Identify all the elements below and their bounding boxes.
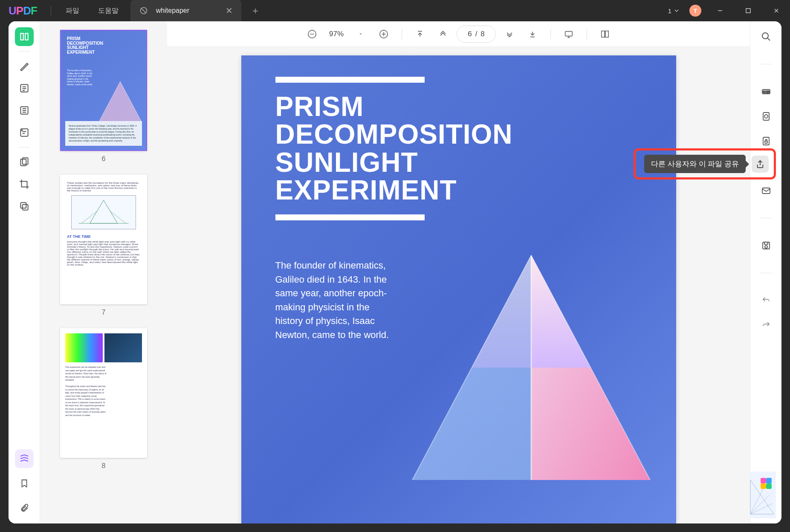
zoom-dropdown-button[interactable] xyxy=(351,25,370,43)
titlebar-right: 1 T xyxy=(668,4,786,17)
svg-marker-11 xyxy=(90,200,118,223)
zoom-in-button[interactable] xyxy=(374,25,393,43)
thumbnail-number: 6 xyxy=(102,155,106,163)
separator xyxy=(19,51,30,52)
document-scroll-area[interactable]: PRISM DECOMPOSITION SUNLIGHT EXPERIMENT … xyxy=(167,47,750,523)
left-toolbar xyxy=(9,21,40,523)
presentation-button[interactable] xyxy=(559,25,578,43)
document-tab[interactable]: whitepaper ✕ xyxy=(130,0,241,21)
share-button[interactable] xyxy=(752,156,769,173)
menu-file[interactable]: 파일 xyxy=(56,6,89,15)
ocr-button[interactable]: OCR xyxy=(757,82,776,101)
edit-text-tool[interactable] xyxy=(15,101,34,120)
svg-rect-7 xyxy=(22,158,28,164)
svg-line-13 xyxy=(81,211,97,223)
thumb-headline: AT THE TIME xyxy=(67,234,140,239)
tab-title: whitepaper xyxy=(156,7,218,14)
view-toolbar: 97% 6 / 8 xyxy=(167,21,750,47)
svg-rect-9 xyxy=(22,205,28,210)
separator xyxy=(19,147,30,147)
save-button[interactable] xyxy=(757,236,776,255)
window-close-button[interactable] xyxy=(767,4,786,17)
window-minimize-button[interactable] xyxy=(711,4,729,17)
menu-help[interactable]: 도움말 xyxy=(89,6,128,15)
separator xyxy=(587,29,587,39)
svg-rect-34 xyxy=(765,141,767,143)
crop-tool[interactable] xyxy=(15,175,34,194)
zoom-level: 97% xyxy=(326,30,347,38)
prism-illustration xyxy=(399,242,663,506)
organize-pages-tool[interactable] xyxy=(15,153,34,171)
app-window: UPDF 파일 도움말 whitepaper ✕ ＋ 1 T xyxy=(0,0,790,532)
document-page: PRISM DECOMPOSITION SUNLIGHT EXPERIMENT … xyxy=(241,55,676,523)
zoom-out-button[interactable] xyxy=(303,25,321,43)
last-page-button[interactable] xyxy=(523,25,542,43)
svg-marker-10 xyxy=(99,82,142,122)
email-button[interactable] xyxy=(757,181,776,200)
highlighter-tool[interactable] xyxy=(15,57,34,75)
convert-button[interactable] xyxy=(757,107,776,126)
undo-button[interactable] xyxy=(757,291,776,310)
thumb-diagram xyxy=(71,195,136,229)
thumb-images xyxy=(65,333,142,362)
decoration-bar xyxy=(275,214,425,220)
main-document-view: 97% 6 / 8 xyxy=(167,21,750,523)
form-tool[interactable] xyxy=(15,123,34,142)
count-value: 1 xyxy=(668,7,671,14)
svg-line-14 xyxy=(110,211,126,223)
thumbnail-page-7[interactable]: These studies laid the foundation for th… xyxy=(60,175,147,304)
thumb-preview-text: everyone thought that white light was pu… xyxy=(67,240,140,266)
document-count[interactable]: 1 xyxy=(668,7,680,14)
thumb-title: PRISMDECOMPOSITIONSUNLIGHTEXPERIMENT xyxy=(67,37,103,55)
svg-point-38 xyxy=(765,246,767,248)
svg-rect-35 xyxy=(762,188,770,194)
tab-document-icon xyxy=(139,6,148,15)
thumbnail-page-8[interactable]: This experiment can be repeated over and… xyxy=(60,328,147,458)
bookmarks-panel-button[interactable] xyxy=(15,474,34,493)
thumbnail-page-6[interactable]: PRISMDECOMPOSITIONSUNLIGHTEXPERIMENT The… xyxy=(60,30,147,151)
total-pages: 8 xyxy=(480,30,484,38)
page-separator: / xyxy=(475,30,477,38)
svg-rect-19 xyxy=(602,31,605,37)
app-body: PRISMDECOMPOSITIONSUNLIGHTEXPERIMENT The… xyxy=(9,21,781,523)
redo-button[interactable] xyxy=(757,316,776,335)
svg-rect-18 xyxy=(565,31,573,36)
document-title: PRISM DECOMPOSITION SUNLIGHT EXPERIMENT xyxy=(275,93,676,204)
thumbnail-number: 8 xyxy=(102,462,106,470)
separator xyxy=(550,29,551,39)
window-maximize-button[interactable] xyxy=(739,4,758,17)
thumbnails-panel[interactable]: PRISMDECOMPOSITIONSUNLIGHTEXPERIMENT The… xyxy=(40,21,167,523)
svg-rect-8 xyxy=(20,202,26,208)
next-page-button[interactable] xyxy=(500,25,519,43)
svg-text:OCR: OCR xyxy=(763,90,770,93)
svg-rect-1 xyxy=(746,9,750,13)
separator xyxy=(761,273,772,273)
protect-button[interactable] xyxy=(757,132,776,150)
prev-page-button[interactable] xyxy=(434,25,452,43)
svg-point-5 xyxy=(21,130,22,131)
tooltip-text: 다른 사용자와 이 파일 공유 xyxy=(644,155,746,173)
search-button[interactable] xyxy=(757,27,776,46)
current-page: 6 xyxy=(468,30,472,38)
share-tooltip-callout: 다른 사용자와 이 파일 공유 xyxy=(634,148,776,179)
separator xyxy=(761,64,772,64)
comment-tool[interactable] xyxy=(15,79,34,98)
first-page-button[interactable] xyxy=(411,25,429,43)
thumb-preview-text: The founder of kinematics, Galileo died … xyxy=(67,69,93,86)
page-indicator[interactable]: 6 / 8 xyxy=(457,26,496,43)
page-layout-button[interactable] xyxy=(596,25,614,43)
svg-point-28 xyxy=(762,33,768,39)
share-icon xyxy=(755,159,765,169)
thumbnail-number: 7 xyxy=(102,309,106,316)
svg-rect-37 xyxy=(764,242,768,244)
new-tab-button[interactable]: ＋ xyxy=(251,4,260,17)
document-body-text: The founder of kinematics, Galileo died … xyxy=(275,259,399,342)
reader-mode-button[interactable] xyxy=(15,27,34,46)
tab-close-button[interactable]: ✕ xyxy=(226,6,233,16)
thumbnails-panel-button[interactable] xyxy=(15,449,34,468)
decoration-bar xyxy=(275,77,425,83)
attachments-panel-button[interactable] xyxy=(15,499,34,518)
svg-rect-20 xyxy=(605,31,608,37)
watermark-tool[interactable] xyxy=(15,197,34,216)
user-avatar[interactable]: T xyxy=(689,5,701,17)
